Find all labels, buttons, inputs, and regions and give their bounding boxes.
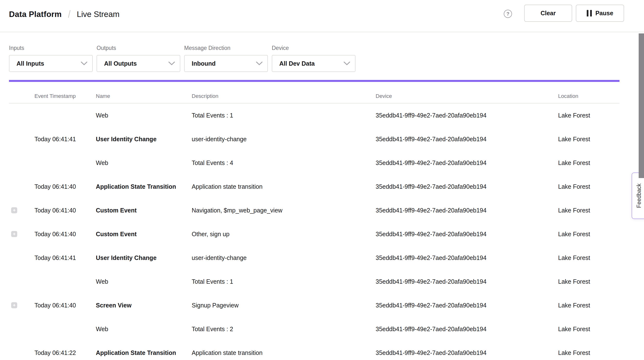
event-name: Web bbox=[96, 278, 108, 285]
device-select[interactable]: All Dev Data bbox=[272, 55, 356, 72]
expand-row-button[interactable]: + bbox=[11, 231, 17, 237]
table-row: Web Total Events : 1 35eddb41-9ff9-49e2-… bbox=[0, 103, 644, 127]
event-name: User Identity Change bbox=[96, 136, 156, 143]
filter-message-direction: Message Direction Inbound bbox=[184, 45, 268, 72]
event-name: Web bbox=[96, 160, 108, 167]
event-timestamp: Today 06:41:40 bbox=[34, 207, 76, 214]
event-device: 35eddb41-9ff9-49e2-7aed-20afa90eb194 bbox=[376, 160, 486, 167]
event-device: 35eddb41-9ff9-49e2-7aed-20afa90eb194 bbox=[376, 112, 486, 119]
chevron-down-icon bbox=[168, 61, 175, 65]
event-name: Screen View bbox=[96, 302, 132, 309]
outputs-select[interactable]: All Outputs bbox=[96, 55, 180, 72]
event-device: 35eddb41-9ff9-49e2-7aed-20afa90eb194 bbox=[376, 231, 486, 238]
table-row: Today 06:41:40 Application State Transit… bbox=[0, 175, 644, 198]
column-header-device: Device bbox=[376, 93, 392, 99]
event-location: Lake Forest bbox=[558, 112, 590, 119]
message-direction-select-value: Inbound bbox=[192, 60, 216, 67]
filter-device: Device All Dev Data bbox=[272, 45, 356, 72]
vertical-scrollbar-thumb[interactable] bbox=[639, 33, 644, 178]
event-location: Lake Forest bbox=[558, 302, 590, 309]
chevron-down-icon bbox=[256, 61, 262, 65]
event-name: User Identity Change bbox=[96, 254, 156, 261]
event-timestamp: Today 06:41:40 bbox=[34, 183, 76, 190]
live-stream-page: Data Platform / Live Stream ? Clear Paus… bbox=[0, 0, 644, 360]
top-bar: Data Platform / Live Stream ? Clear Paus… bbox=[0, 0, 644, 32]
event-device: 35eddb41-9ff9-49e2-7aed-20afa90eb194 bbox=[376, 207, 486, 214]
table-row: Today 06:41:41 User Identity Change user… bbox=[0, 246, 644, 270]
filter-outputs: Outputs All Outputs bbox=[96, 45, 180, 72]
expand-row-button[interactable]: + bbox=[11, 207, 17, 213]
table-row: Web Total Events : 4 35eddb41-9ff9-49e2-… bbox=[0, 151, 644, 175]
table-row: Web Total Events : 1 35eddb41-9ff9-49e2-… bbox=[0, 270, 644, 293]
event-description: Application state transition bbox=[192, 349, 262, 356]
event-device: 35eddb41-9ff9-49e2-7aed-20afa90eb194 bbox=[376, 326, 486, 333]
event-location: Lake Forest bbox=[558, 278, 590, 285]
column-header-location: Location bbox=[558, 93, 578, 99]
clear-button-label: Clear bbox=[541, 10, 556, 17]
event-location: Lake Forest bbox=[558, 349, 590, 356]
event-device: 35eddb41-9ff9-49e2-7aed-20afa90eb194 bbox=[376, 349, 486, 356]
event-timestamp: Today 06:41:40 bbox=[34, 302, 76, 309]
event-description: Total Events : 4 bbox=[192, 160, 233, 167]
event-location: Lake Forest bbox=[558, 160, 590, 167]
event-description: Application state transition bbox=[192, 183, 262, 190]
event-stream-table: Web Total Events : 1 35eddb41-9ff9-49e2-… bbox=[0, 103, 644, 360]
event-description: user-identity-change bbox=[192, 136, 247, 143]
event-location: Lake Forest bbox=[558, 254, 590, 261]
event-location: Lake Forest bbox=[558, 183, 590, 190]
page-title: Live Stream bbox=[77, 9, 120, 19]
column-header-description: Description bbox=[192, 93, 218, 99]
filter-inputs: Inputs All Inputs bbox=[9, 45, 93, 72]
event-description: Navigation, $mp_web_page_view bbox=[192, 207, 282, 214]
event-device: 35eddb41-9ff9-49e2-7aed-20afa90eb194 bbox=[376, 302, 486, 309]
event-device: 35eddb41-9ff9-49e2-7aed-20afa90eb194 bbox=[376, 183, 486, 190]
event-device: 35eddb41-9ff9-49e2-7aed-20afa90eb194 bbox=[376, 278, 486, 285]
event-description: Total Events : 1 bbox=[192, 112, 233, 119]
column-header-name: Name bbox=[96, 93, 110, 99]
breadcrumb-separator: / bbox=[68, 8, 70, 20]
filter-outputs-label: Outputs bbox=[96, 45, 180, 51]
accent-divider-bar bbox=[9, 80, 620, 82]
event-description: Signup Pageview bbox=[192, 302, 238, 309]
event-device: 35eddb41-9ff9-49e2-7aed-20afa90eb194 bbox=[376, 136, 486, 143]
event-timestamp: Today 06:41:41 bbox=[34, 136, 76, 143]
device-select-value: All Dev Data bbox=[279, 60, 315, 67]
event-description: Total Events : 1 bbox=[192, 278, 233, 285]
message-direction-select[interactable]: Inbound bbox=[184, 55, 268, 72]
table-row: Today 06:41:41 User Identity Change user… bbox=[0, 127, 644, 151]
table-row: + Today 06:41:40 Screen View Signup Page… bbox=[0, 293, 644, 317]
inputs-select[interactable]: All Inputs bbox=[9, 55, 93, 72]
expand-row-button[interactable]: + bbox=[11, 302, 17, 308]
event-description: Other, sign up bbox=[192, 231, 230, 238]
event-location: Lake Forest bbox=[558, 326, 590, 333]
pause-icon bbox=[587, 10, 592, 16]
chevron-down-icon bbox=[81, 61, 87, 65]
event-location: Lake Forest bbox=[558, 231, 590, 238]
event-name: Web bbox=[96, 326, 108, 333]
filter-device-label: Device bbox=[272, 45, 356, 51]
chevron-down-icon bbox=[344, 61, 350, 65]
filter-message-direction-label: Message Direction bbox=[184, 45, 268, 51]
breadcrumb-section[interactable]: Data Platform bbox=[9, 9, 62, 19]
filter-inputs-label: Inputs bbox=[9, 45, 93, 51]
event-name: Custom Event bbox=[96, 207, 136, 214]
pause-button[interactable]: Pause bbox=[576, 4, 624, 22]
outputs-select-value: All Outputs bbox=[104, 60, 137, 67]
event-description: Total Events : 2 bbox=[192, 326, 233, 333]
column-header-event-timestamp: Event Timestamp bbox=[34, 93, 76, 99]
table-row: Today 06:41:22 Application State Transit… bbox=[0, 341, 644, 360]
breadcrumb: Data Platform / Live Stream bbox=[9, 9, 120, 20]
event-location: Lake Forest bbox=[558, 136, 590, 143]
pause-button-label: Pause bbox=[596, 10, 614, 17]
help-icon[interactable]: ? bbox=[504, 10, 512, 18]
table-row: + Today 06:41:40 Custom Event Navigation… bbox=[0, 198, 644, 222]
event-location: Lake Forest bbox=[558, 207, 590, 214]
event-name: Application State Transition bbox=[96, 183, 176, 190]
event-timestamp: Today 06:41:40 bbox=[34, 231, 76, 238]
event-name: Web bbox=[96, 112, 108, 119]
clear-button[interactable]: Clear bbox=[524, 4, 572, 22]
table-row: + Today 06:41:40 Custom Event Other, sig… bbox=[0, 222, 644, 246]
feedback-tab[interactable]: Feedback bbox=[632, 173, 644, 219]
event-name: Application State Transition bbox=[96, 349, 176, 356]
event-description: user-identity-change bbox=[192, 254, 247, 261]
